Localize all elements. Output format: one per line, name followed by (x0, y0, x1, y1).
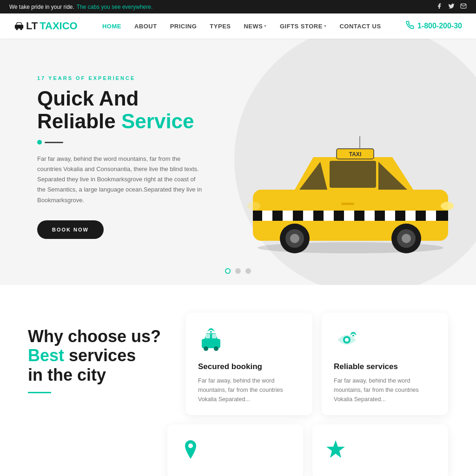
location-icon (179, 438, 202, 463)
svg-point-32 (214, 346, 218, 351)
svg-point-26 (247, 202, 260, 210)
slider-dot-2[interactable] (235, 268, 241, 274)
svg-rect-27 (341, 203, 354, 205)
book-now-button[interactable]: BOOK NOW (37, 220, 104, 239)
features-title: Why choose us? Best services in the city (28, 327, 167, 384)
svg-point-37 (188, 443, 193, 448)
nav-types[interactable]: TYPES (210, 23, 231, 30)
svg-point-36 (352, 335, 354, 337)
svg-rect-9 (303, 211, 313, 221)
star-icon (324, 438, 347, 463)
feature-card-secured-title: Secured booking (198, 362, 300, 371)
svg-point-33 (210, 331, 212, 333)
svg-rect-29 (205, 334, 210, 338)
phone-icon (406, 21, 414, 32)
divider-dot (37, 140, 42, 145)
feature-card-reliable-desc: Far far away, behind the word mountains,… (334, 376, 436, 404)
logo-taxico: TAXICO (40, 20, 77, 32)
features-bottom-section (0, 415, 476, 476)
nav-contact[interactable]: CONTACT US (339, 23, 381, 30)
svg-rect-12 (364, 211, 375, 221)
eye-icon (334, 327, 436, 355)
hero-title: Quick And Reliable Service (37, 87, 205, 132)
facebook-icon[interactable] (436, 3, 443, 11)
nav-pricing[interactable]: PRICING (170, 23, 197, 30)
svg-point-25 (441, 202, 454, 210)
logo-car-icon (14, 21, 24, 31)
twitter-icon[interactable] (448, 3, 455, 11)
feature-card-secured-desc: Far far away, behind the word mountains,… (198, 376, 300, 404)
hero-divider (37, 140, 205, 145)
phone-number: 1-800-200-30 (417, 22, 462, 30)
news-chevron-icon: ▾ (264, 24, 267, 28)
nav-gifts[interactable]: GIFTS STORE ▾ (280, 23, 326, 30)
hero-title-line1: Quick And (37, 87, 139, 110)
svg-point-2 (20, 28, 22, 30)
feature-card-reliable-title: Reliable services (334, 362, 436, 371)
top-bar-message-start: We take pride in your ride. (9, 4, 74, 10)
svg-point-1 (16, 28, 18, 30)
header: LT TAXICO HOME ABOUT PRICING TYPES NEWS … (0, 13, 476, 39)
features-section: Why choose us? Best services in the city (0, 285, 476, 415)
social-icons (436, 3, 467, 11)
feature-card-bottom-1 (167, 424, 303, 476)
svg-point-21 (290, 234, 299, 243)
feature-card-bottom-2 (312, 424, 448, 476)
top-bar-message-highlight: The cabs you see everywhere. (77, 4, 152, 10)
feature-cards-grid: Secured booking Far far away, behind the… (186, 313, 448, 415)
city-text: in the city (28, 365, 106, 384)
email-icon[interactable] (460, 3, 467, 11)
divider-line (45, 142, 63, 143)
svg-rect-5 (330, 161, 376, 188)
svg-point-24 (402, 234, 411, 243)
taxi-icon (198, 327, 300, 355)
best-text: Best (28, 346, 64, 365)
hero-subtitle: 17 YEARS OF EXPERIENCE (37, 75, 205, 81)
svg-marker-38 (326, 440, 345, 458)
svg-rect-11 (344, 211, 354, 221)
features-divider (28, 392, 51, 393)
nav-home[interactable]: HOME (102, 23, 121, 30)
top-bar-message: We take pride in your ride. The cabs you… (9, 4, 152, 10)
hero-title-line2-normal: Reliable (37, 110, 116, 132)
svg-point-31 (204, 346, 208, 351)
svg-rect-8 (283, 211, 293, 221)
hero-description: Far far away, behind the word mountains,… (37, 154, 205, 205)
feature-card-reliable: Reliable services Far far away, behind t… (322, 313, 448, 415)
svg-rect-0 (15, 25, 23, 28)
hero-content: 17 YEARS OF EXPERIENCE Quick And Reliabl… (37, 75, 205, 238)
svg-rect-7 (262, 211, 272, 221)
svg-rect-15 (426, 211, 436, 221)
hero-title-line2-highlight: Service (121, 110, 194, 132)
slider-dot-1[interactable] (225, 268, 231, 274)
svg-rect-14 (405, 211, 416, 221)
svg-rect-10 (324, 211, 334, 221)
slider-dot-3[interactable] (245, 268, 251, 274)
nav-about[interactable]: ABOUT (134, 23, 157, 30)
main-nav: HOME ABOUT PRICING TYPES NEWS ▾ GIFTS ST… (102, 23, 381, 30)
svg-point-35 (345, 338, 349, 342)
hero-car-image: TAXI (234, 125, 467, 259)
top-bar: We take pride in your ride. The cabs you… (0, 0, 476, 13)
svg-text:TAXI: TAXI (349, 151, 361, 158)
logo-lt: LT (26, 20, 38, 32)
features-heading: Why choose us? Best services in the city (28, 313, 167, 393)
phone-display: 1-800-200-30 (406, 21, 462, 32)
hero-section: 17 YEARS OF EXPERIENCE Quick And Reliabl… (0, 39, 476, 285)
svg-rect-13 (385, 211, 395, 221)
nav-news[interactable]: NEWS ▾ (244, 23, 267, 30)
why-text: Why choose us? (28, 327, 161, 346)
gifts-chevron-icon: ▾ (324, 24, 327, 28)
slider-dots (225, 268, 251, 274)
logo[interactable]: LT TAXICO (14, 20, 78, 32)
svg-rect-30 (212, 334, 217, 338)
services-text: services (64, 346, 136, 365)
feature-card-secured: Secured booking Far far away, behind the… (186, 313, 312, 415)
